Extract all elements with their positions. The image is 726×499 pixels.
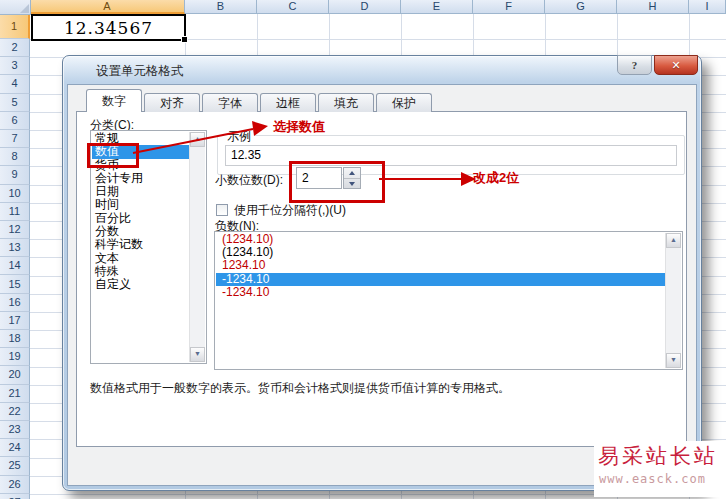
row-header[interactable]: 2: [0, 39, 30, 57]
row-header-label: 18: [8, 333, 20, 344]
row-header[interactable]: 26: [0, 476, 30, 494]
column-header[interactable]: A: [30, 0, 185, 14]
row-header[interactable]: 8: [0, 148, 30, 166]
category-option[interactable]: 分数: [92, 225, 190, 238]
annotation-box-decimal: [289, 161, 385, 203]
tab[interactable]: 对齐: [144, 93, 200, 112]
row-header[interactable]: 21: [0, 385, 30, 403]
scroll-up-icon[interactable]: ▲: [190, 132, 205, 147]
annotation-box-category: [87, 143, 139, 168]
column-header[interactable]: I: [689, 0, 726, 14]
tab[interactable]: 字体: [202, 93, 258, 112]
category-option[interactable]: 日期: [92, 185, 190, 198]
row-header-label: 21: [8, 388, 20, 399]
row-header-label: 12: [8, 224, 20, 235]
category-option-label: 特殊: [95, 264, 119, 278]
row-header-label: 9: [11, 169, 17, 180]
negative-format-option[interactable]: (1234.10): [216, 233, 666, 246]
row-header[interactable]: 15: [0, 275, 30, 293]
category-option-label: 时间: [95, 197, 119, 211]
category-scrollbar[interactable]: ▲ ▼: [189, 132, 205, 362]
column-header-label: B: [217, 1, 224, 12]
negative-format-label: -1234.10: [222, 272, 269, 286]
row-header[interactable]: 17: [0, 312, 30, 330]
column-header[interactable]: G: [545, 0, 617, 14]
decimal-places-label: 小数位数(D):: [215, 172, 283, 189]
active-cell-a1[interactable]: 12.34567: [31, 14, 186, 41]
thousands-separator-checkbox[interactable]: [216, 204, 228, 216]
row-header[interactable]: 5: [0, 94, 30, 112]
category-option[interactable]: 科学记数: [92, 238, 190, 251]
tab[interactable]: 填充: [318, 93, 374, 112]
category-option[interactable]: 特殊: [92, 265, 190, 278]
negative-scrollbar[interactable]: ▲ ▼: [665, 233, 681, 368]
tab-label: 数字: [102, 93, 126, 110]
row-header[interactable]: 9: [0, 166, 30, 184]
row-header[interactable]: 12: [0, 221, 30, 239]
row-header[interactable]: 13: [0, 239, 30, 257]
row-header[interactable]: 25: [0, 457, 30, 475]
select-all-corner[interactable]: [0, 0, 31, 15]
row-header-label: 25: [8, 460, 20, 471]
scroll-down-icon[interactable]: ▼: [666, 353, 681, 368]
row-header[interactable]: 24: [0, 439, 30, 457]
column-header[interactable]: C: [257, 0, 329, 14]
row-header[interactable]: 11: [0, 203, 30, 221]
category-option[interactable]: 自定义: [92, 278, 190, 291]
select-all-triangle-icon: [20, 4, 29, 13]
tab[interactable]: 数字: [86, 89, 142, 112]
row-header[interactable]: 20: [0, 366, 30, 384]
column-header[interactable]: H: [617, 0, 689, 14]
row-header[interactable]: 14: [0, 257, 30, 275]
tab[interactable]: 边框: [260, 93, 316, 112]
close-icon: ✕: [671, 59, 680, 72]
fill-handle[interactable]: [181, 36, 188, 43]
negative-format-option[interactable]: -1234.10: [216, 286, 666, 299]
format-description: 数值格式用于一般数字的表示。货币和会计格式则提供货币值计算的专用格式。: [90, 381, 678, 396]
column-header[interactable]: D: [329, 0, 401, 14]
watermark: 易采站长站 www.easck.com: [594, 441, 726, 497]
negative-formats-listbox[interactable]: (1234.10)(1234.10)1234.10-1234.10-1234.1…: [214, 231, 683, 370]
negative-format-option[interactable]: 1234.10: [216, 259, 666, 272]
negative-format-label: 1234.10: [222, 258, 265, 272]
column-header[interactable]: E: [401, 0, 473, 14]
column-header-label: I: [705, 1, 708, 12]
category-option[interactable]: 百分比: [92, 212, 190, 225]
category-option[interactable]: 文本: [92, 252, 190, 265]
tab[interactable]: 保护: [376, 93, 432, 112]
row-header-label: 1: [11, 21, 17, 32]
negative-format-option[interactable]: (1234.10): [216, 246, 666, 259]
negative-format-label: (1234.10): [222, 233, 273, 246]
row-header-label: 14: [8, 260, 20, 271]
row-header-label: 5: [11, 97, 17, 108]
scroll-up-icon[interactable]: ▲: [666, 233, 681, 248]
column-headers: ABCDEFGHI: [30, 0, 726, 14]
scroll-down-icon[interactable]: ▼: [190, 347, 205, 362]
row-header[interactable]: 22: [0, 403, 30, 421]
row-header-label: 24: [8, 442, 20, 453]
close-button[interactable]: ✕: [654, 55, 698, 75]
column-header-label: G: [576, 1, 585, 12]
row-header[interactable]: 1: [0, 14, 30, 39]
row-header[interactable]: 4: [0, 75, 30, 93]
column-header[interactable]: F: [473, 0, 545, 14]
row-header[interactable]: 6: [0, 112, 30, 130]
row-header[interactable]: 7: [0, 130, 30, 148]
category-option[interactable]: 时间: [92, 198, 190, 211]
row-header[interactable]: 3: [0, 57, 30, 75]
row-header-label: 22: [8, 406, 20, 417]
tab-label: 字体: [218, 95, 242, 112]
row-header[interactable]: 19: [0, 348, 30, 366]
tab-label: 填充: [334, 95, 358, 112]
row-header[interactable]: 16: [0, 294, 30, 312]
row-header[interactable]: 18: [0, 330, 30, 348]
row-header[interactable]: 27: [0, 494, 30, 499]
category-option[interactable]: 会计专用: [92, 172, 190, 185]
thousands-separator-label: 使用千位分隔符(,)(U): [234, 202, 346, 219]
column-header[interactable]: B: [185, 0, 257, 14]
help-button[interactable]: ?: [617, 55, 652, 75]
negative-format-option[interactable]: -1234.10: [216, 273, 666, 286]
row-header-label: 17: [8, 315, 20, 326]
row-header[interactable]: 23: [0, 421, 30, 439]
row-header[interactable]: 10: [0, 185, 30, 203]
